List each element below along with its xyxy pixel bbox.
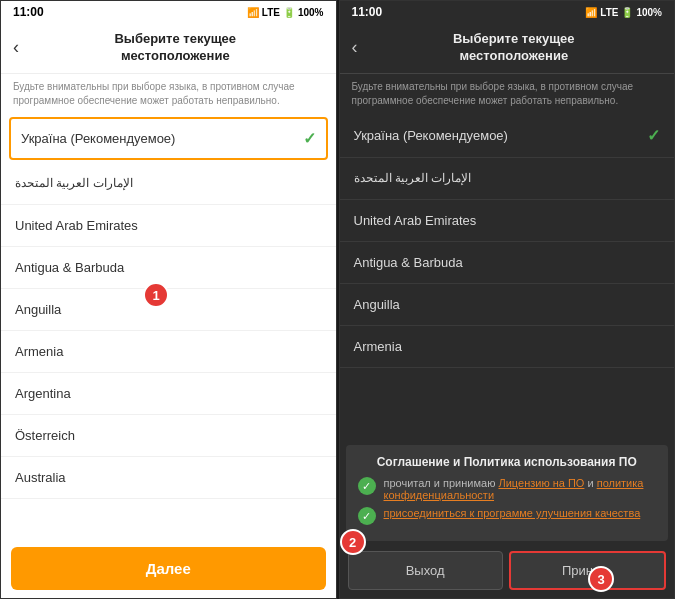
- right-time: 11:00: [352, 5, 383, 19]
- right-phone-panel: 11:00 📶 LTE 🔋 100% ‹ Выберите текущеемес…: [339, 0, 676, 599]
- ukraine-check-icon: ✓: [303, 129, 316, 148]
- battery-label: 100%: [298, 7, 324, 18]
- accept-button[interactable]: Принять: [509, 551, 666, 590]
- list-item-ukraine[interactable]: Україна (Рекомендуемое) ✓: [9, 117, 328, 160]
- list-item-uae-english[interactable]: United Arab Emirates: [1, 205, 336, 247]
- uae-english-label: United Arab Emirates: [15, 218, 138, 233]
- list-item-argentina[interactable]: Argentina: [1, 373, 336, 415]
- right-status-icons: 📶 LTE 🔋 100%: [585, 7, 662, 18]
- right-lte-label: LTE: [600, 7, 618, 18]
- right-warning-text: Будьте внимательны при выборе языка, в п…: [340, 74, 675, 114]
- next-button[interactable]: Далее: [11, 547, 326, 590]
- agreement-check-2[interactable]: ✓: [358, 507, 376, 525]
- left-header: ‹ Выберите текущееместоположение: [1, 23, 336, 74]
- agreement-row-1-text: прочитал и принимаю Лицензию на ПО и пол…: [384, 477, 657, 501]
- list-item-uae-arabic[interactable]: الإمارات العربية المتحدة: [1, 163, 336, 205]
- lte-label: LTE: [262, 7, 280, 18]
- right-header-title: Выберите текущееместоположение: [366, 31, 663, 65]
- list-item-antigua[interactable]: Antigua & Barbuda: [1, 247, 336, 289]
- anguilla-label: Anguilla: [15, 302, 61, 317]
- left-status-bar: 11:00 📶 LTE 🔋 100%: [1, 1, 336, 23]
- agreement-box: Соглашение и Политика использования ПО ✓…: [346, 445, 669, 541]
- right-back-button[interactable]: ‹: [352, 37, 358, 58]
- bottom-action-row: Выход Принять 3: [340, 545, 675, 598]
- right-list-item-armenia[interactable]: Armenia: [340, 326, 675, 368]
- left-phone-panel: 11:00 📶 LTE 🔋 100% ‹ Выберите текущеемес…: [0, 0, 337, 599]
- exit-button[interactable]: Выход: [348, 551, 503, 590]
- agreement-check-1[interactable]: ✓: [358, 477, 376, 495]
- left-warning-text: Будьте внимательны при выборе языка, в п…: [1, 74, 336, 114]
- right-list-item-uae-english[interactable]: United Arab Emirates: [340, 200, 675, 242]
- left-list: Україна (Рекомендуемое) ✓ الإمارات العرب…: [1, 114, 336, 539]
- right-list-item-ukraine[interactable]: Україна (Рекомендуемое) ✓: [340, 114, 675, 158]
- australia-label: Australia: [15, 470, 66, 485]
- list-item-osterreich[interactable]: Österreich: [1, 415, 336, 457]
- agreement-row-2[interactable]: ✓ присоединиться к программе улучшения к…: [358, 507, 657, 525]
- right-armenia-label: Armenia: [354, 339, 402, 354]
- left-time: 11:00: [13, 5, 44, 19]
- left-header-title: Выберите текущееместоположение: [27, 31, 324, 65]
- quality-link[interactable]: присоединиться к программе улучшения кач…: [384, 507, 641, 519]
- agreement-row-1[interactable]: ✓ прочитал и принимаю Лицензию на ПО и п…: [358, 477, 657, 501]
- right-ukraine-check-icon: ✓: [647, 126, 660, 145]
- list-item-armenia[interactable]: Armenia: [1, 331, 336, 373]
- left-back-button[interactable]: ‹: [13, 37, 19, 58]
- agreement-row-1-middle: и: [584, 477, 596, 489]
- right-signal-icon: 📶: [585, 7, 597, 18]
- license-link[interactable]: Лицензию на ПО: [498, 477, 584, 489]
- uae-arabic-label: الإمارات العربية المتحدة: [15, 176, 133, 190]
- armenia-label: Armenia: [15, 344, 63, 359]
- ukraine-label: Україна (Рекомендуемое): [21, 131, 175, 146]
- right-list-item-anguilla[interactable]: Anguilla: [340, 284, 675, 326]
- signal-icon: 📶: [247, 7, 259, 18]
- list-item-anguilla[interactable]: Anguilla: [1, 289, 336, 331]
- right-list: Україна (Рекомендуемое) ✓ الإمارات العرب…: [340, 114, 675, 441]
- agreement-title: Соглашение и Политика использования ПО: [358, 455, 657, 469]
- right-battery-label: 100%: [636, 7, 662, 18]
- right-antigua-label: Antigua & Barbuda: [354, 255, 463, 270]
- osterreich-label: Österreich: [15, 428, 75, 443]
- argentina-label: Argentina: [15, 386, 71, 401]
- battery-icon: 🔋: [283, 7, 295, 18]
- right-header: ‹ Выберите текущееместоположение: [340, 23, 675, 74]
- right-battery-icon: 🔋: [621, 7, 633, 18]
- left-status-icons: 📶 LTE 🔋 100%: [247, 7, 324, 18]
- right-list-item-uae-arabic[interactable]: الإمارات العربية المتحدة: [340, 158, 675, 200]
- right-list-item-antigua[interactable]: Antigua & Barbuda: [340, 242, 675, 284]
- list-item-australia[interactable]: Australia: [1, 457, 336, 499]
- right-uae-english-label: United Arab Emirates: [354, 213, 477, 228]
- right-ukraine-label: Україна (Рекомендуемое): [354, 128, 508, 143]
- right-uae-arabic-label: الإمارات العربية المتحدة: [354, 171, 472, 185]
- right-anguilla-label: Anguilla: [354, 297, 400, 312]
- agreement-row-1-prefix: прочитал и принимаю: [384, 477, 499, 489]
- right-status-bar: 11:00 📶 LTE 🔋 100%: [340, 1, 675, 23]
- antigua-label: Antigua & Barbuda: [15, 260, 124, 275]
